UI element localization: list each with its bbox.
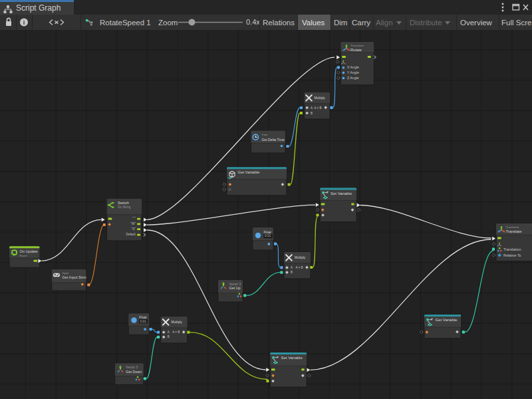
svg-text:Full Scre: Full Scre: [501, 19, 531, 27]
svg-text:Align: Align: [376, 19, 393, 27]
svg-text:" ": " ": [132, 217, 136, 220]
svg-text:A: A: [168, 331, 170, 334]
svg-text:Dim: Dim: [334, 19, 347, 27]
svg-text:Values: Values: [302, 19, 325, 27]
svg-text:Transform: Transform: [350, 44, 364, 47]
svg-text:On Update: On Update: [20, 249, 38, 253]
svg-text:Vector 3: Vector 3: [126, 366, 138, 369]
svg-text:B: B: [291, 271, 293, 274]
svg-text:Translation: Translation: [503, 247, 521, 251]
svg-text:A × B: A × B: [315, 106, 322, 110]
svg-text:0.4x: 0.4x: [246, 18, 260, 26]
svg-text:Z Angle: Z Angle: [347, 76, 359, 80]
svg-text:Rotate: Rotate: [350, 48, 362, 52]
svg-text:Get Input Strin: Get Input Strin: [63, 275, 86, 279]
svg-text:"W": "W": [130, 222, 136, 225]
svg-text:Event: Event: [20, 254, 28, 257]
svg-text:Translate: Translate: [506, 229, 522, 233]
svg-text:B: B: [311, 112, 313, 115]
svg-text:Get Variable: Get Variable: [238, 170, 261, 174]
svg-text:Switch: Switch: [118, 201, 129, 205]
svg-text:Multiply: Multiply: [172, 321, 183, 324]
svg-text:Set Variable: Set Variable: [331, 192, 352, 196]
svg-text:Get Up: Get Up: [229, 286, 241, 290]
svg-text:Vector 3: Vector 3: [229, 283, 241, 286]
svg-text:A: A: [311, 106, 313, 110]
svg-text:Distribute: Distribute: [410, 19, 442, 27]
svg-text:Get Delta Time: Get Delta Time: [261, 138, 285, 142]
svg-text:A: A: [291, 266, 293, 269]
svg-text:Get Down: Get Down: [126, 370, 142, 374]
svg-text:Time: Time: [261, 133, 268, 136]
svg-text:Relative To: Relative To: [503, 253, 521, 257]
svg-text:On String: On String: [118, 205, 131, 209]
svg-text:RotateSpeed 1: RotateSpeed 1: [100, 19, 151, 27]
svg-text:Overview: Overview: [460, 19, 493, 27]
svg-text:Relations: Relations: [263, 19, 295, 27]
svg-text:Y Angle: Y Angle: [347, 70, 359, 74]
svg-text:Zoom: Zoom: [158, 19, 178, 27]
svg-text:Default: Default: [126, 233, 136, 236]
svg-text:i: i: [23, 19, 25, 26]
svg-text:Input: Input: [63, 271, 70, 275]
svg-text:Set Variable: Set Variable: [281, 356, 303, 360]
svg-text:B: B: [168, 335, 170, 338]
svg-text:Multiply: Multiply: [295, 256, 306, 259]
svg-text:A × B: A × B: [172, 331, 180, 334]
svg-text:0.01: 0.01: [140, 320, 147, 323]
svg-text:Multiply: Multiply: [315, 96, 326, 100]
svg-text:0.01: 0.01: [265, 234, 271, 237]
svg-text:Float: Float: [139, 315, 147, 319]
svg-text:Transform: Transform: [506, 225, 519, 229]
svg-text:A × B: A × B: [296, 266, 303, 269]
svg-text:X Angle: X Angle: [347, 65, 359, 69]
svg-text:Get Variable: Get Variable: [436, 318, 458, 322]
svg-text:Carry: Carry: [352, 19, 370, 27]
svg-text:"S": "S": [132, 227, 136, 231]
svg-text:Float: Float: [264, 230, 272, 234]
